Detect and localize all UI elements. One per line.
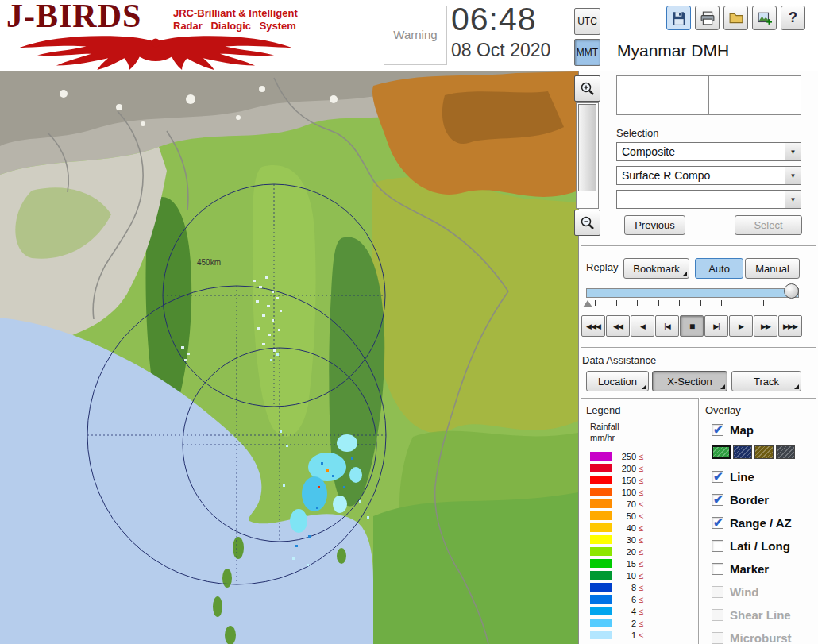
- overlay-item-lati-long[interactable]: Lati / Long: [712, 538, 816, 553]
- mmt-toggle-button[interactable]: MMT: [574, 39, 600, 66]
- chevron-down-icon[interactable]: ▼: [785, 167, 801, 184]
- zoom-scrollbar-thumb[interactable]: [578, 104, 596, 191]
- product-dropdown[interactable]: Surface R Compo ▼: [616, 166, 801, 185]
- overlay-item-line[interactable]: Line: [712, 469, 816, 484]
- step-back-button[interactable]: |◀: [655, 315, 679, 337]
- legend-value: 40: [615, 523, 636, 533]
- overlay-item-microburst: Microburst: [712, 630, 816, 644]
- selection-label: Selection: [616, 127, 658, 139]
- track-button[interactable]: Track: [731, 371, 801, 391]
- checkbox: [712, 586, 723, 598]
- legend-row: 200≤: [590, 462, 643, 474]
- zoom-scrollbar[interactable]: [576, 102, 599, 209]
- chevron-down-icon[interactable]: ▼: [785, 143, 801, 160]
- status-infobox: [616, 75, 801, 115]
- separator: [581, 347, 816, 349]
- overlay-item-map[interactable]: Map: [712, 422, 816, 438]
- gray-map-style-swatch[interactable]: [776, 445, 795, 459]
- legend-row: 20≤: [590, 546, 643, 557]
- checkbox[interactable]: [712, 540, 723, 552]
- play-reverse-button[interactable]: ◀: [631, 315, 654, 337]
- help-button[interactable]: ?: [781, 6, 805, 30]
- option-dropdown[interactable]: ▼: [616, 190, 801, 209]
- legend-title: Legend: [586, 404, 620, 416]
- stop-button[interactable]: ■: [680, 315, 704, 337]
- legend-color-swatch: [590, 523, 612, 532]
- timeline-tick: [700, 300, 701, 306]
- clock-date: 08 Oct 2020: [451, 40, 550, 61]
- timeline-tick: [785, 300, 785, 306]
- overlay-label: Map: [730, 423, 754, 437]
- range-label: 450km: [197, 258, 221, 267]
- save-button[interactable]: [666, 6, 691, 30]
- overlay-item-wind: Wind: [712, 584, 816, 600]
- replay-timeline-slider[interactable]: [586, 288, 799, 298]
- replay-slider-thumb[interactable]: [784, 283, 799, 299]
- add-image-icon: [758, 11, 772, 25]
- location-button[interactable]: Location: [586, 371, 649, 391]
- warning-indicator[interactable]: Warning: [384, 6, 447, 65]
- manual-replay-button[interactable]: Manual: [745, 258, 800, 279]
- radar-map[interactable]: 450km: [0, 71, 578, 644]
- map-checkbox[interactable]: [712, 424, 723, 436]
- overlay-item-shear-line: Shear Line: [712, 607, 816, 623]
- composite-dropdown[interactable]: Composite ▼: [616, 142, 801, 161]
- utc-toggle-button[interactable]: UTC: [574, 8, 600, 35]
- open-folder-button[interactable]: [723, 6, 748, 30]
- forward-button[interactable]: ▶▶: [754, 315, 777, 337]
- legend-row: 40≤: [590, 522, 643, 534]
- checkbox[interactable]: [712, 563, 723, 575]
- legend-row: 50≤: [590, 510, 643, 522]
- legend-lte-sign: ≤: [639, 452, 643, 461]
- legend-lte-sign: ≤: [639, 595, 643, 604]
- checkbox[interactable]: [712, 471, 723, 483]
- legend-color-swatch: [590, 476, 612, 484]
- clock-time: 06:48: [451, 1, 537, 38]
- overlay-item-range-az[interactable]: Range / AZ: [712, 515, 816, 530]
- overlay-label: Lati / Long: [730, 539, 790, 553]
- app-logo-title: J-BIRDS: [6, 0, 141, 35]
- overlay-label: Wind: [730, 585, 759, 599]
- green-map-style-swatch[interactable]: [712, 445, 731, 459]
- map-style-swatches: [712, 445, 816, 459]
- legend-value: 150: [615, 476, 636, 485]
- legend-lte-sign: ≤: [639, 488, 643, 497]
- play-button[interactable]: ▶: [729, 315, 753, 337]
- legend-value: 20: [615, 547, 636, 557]
- save-icon: [672, 11, 686, 25]
- checkbox[interactable]: [712, 494, 723, 506]
- chevron-down-icon[interactable]: ▼: [785, 191, 801, 208]
- legend-unit-line2: mm/hr: [590, 433, 615, 442]
- rewind-button[interactable]: ◀◀: [606, 315, 630, 337]
- zoom-in-button[interactable]: [574, 75, 600, 102]
- auto-replay-button[interactable]: Auto: [695, 258, 743, 279]
- bookmark-button[interactable]: Bookmark: [623, 258, 689, 279]
- legend-color-swatch: [590, 464, 612, 472]
- legend-color-swatch: [590, 488, 612, 496]
- product-dropdown-value: Surface R Compo: [622, 169, 710, 182]
- legend-value: 1: [615, 631, 636, 640]
- step-forward-button[interactable]: ▶|: [704, 315, 728, 337]
- previous-button[interactable]: Previous: [624, 215, 685, 235]
- legend-lte-sign: ≤: [639, 631, 643, 640]
- capture-image-button[interactable]: [752, 6, 777, 30]
- overlay-label: Microburst: [730, 631, 792, 644]
- rewind-fast-button[interactable]: ◀◀◀: [581, 315, 605, 337]
- legend-row: 8≤: [590, 581, 643, 593]
- olive-map-style-swatch[interactable]: [754, 445, 774, 459]
- print-button[interactable]: [695, 6, 720, 30]
- timeline-tick: [743, 300, 743, 306]
- zoom-out-button[interactable]: [574, 210, 600, 236]
- legend-color-swatch: [590, 499, 612, 508]
- checkbox[interactable]: [712, 517, 723, 529]
- legend-color-swatch: [590, 535, 612, 544]
- replay-start-marker: [583, 300, 592, 307]
- overlay-item-marker[interactable]: Marker: [712, 561, 816, 577]
- navy-map-style-swatch[interactable]: [733, 445, 752, 459]
- legend-row: 4≤: [590, 605, 643, 617]
- forward-fast-button[interactable]: ▶▶▶: [778, 315, 802, 337]
- x-section-button[interactable]: X-Section: [652, 371, 727, 391]
- legend-color-swatch: [590, 631, 612, 639]
- legend-color-swatch: [590, 547, 612, 556]
- overlay-item-border[interactable]: Border: [712, 492, 816, 507]
